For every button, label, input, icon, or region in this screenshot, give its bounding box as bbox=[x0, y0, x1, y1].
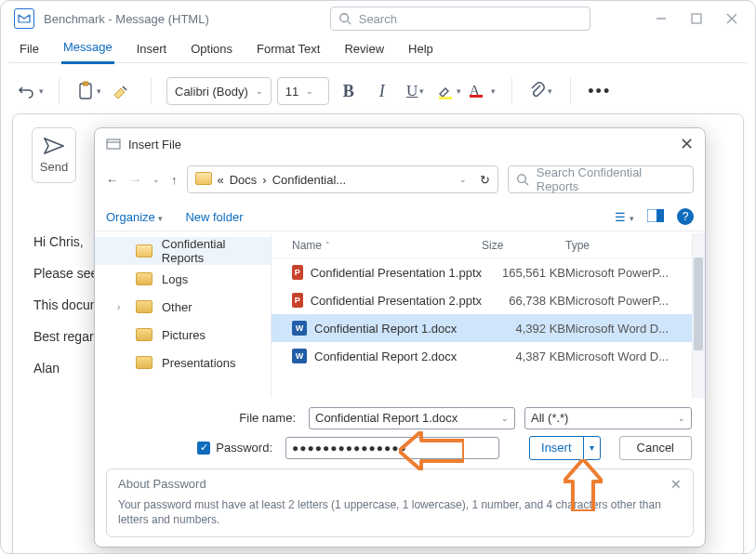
search-icon bbox=[516, 173, 529, 186]
font-size-select[interactable]: 11⌄ bbox=[277, 77, 329, 105]
file-name-input[interactable]: Confidential Report 1.docx ⌄ bbox=[309, 407, 515, 429]
close-button[interactable] bbox=[716, 7, 748, 31]
paste-button[interactable]: ▾ bbox=[74, 76, 102, 106]
file-type: Microsoft PowerP... bbox=[565, 294, 696, 308]
word-icon: W bbox=[292, 321, 307, 336]
menu-review[interactable]: Review bbox=[342, 38, 386, 63]
insert-button[interactable]: Insert ▾ bbox=[529, 436, 601, 460]
list-header: Name ˄ Size Type bbox=[272, 233, 705, 258]
send-button[interactable]: Send bbox=[32, 127, 76, 183]
file-list: Name ˄ Size Type PConfidential Presentat… bbox=[272, 233, 705, 398]
powerpoint-icon: P bbox=[292, 293, 303, 308]
menu-format-text[interactable]: Format Text bbox=[255, 38, 322, 63]
insert-file-dialog: Insert File ✕ ← → ⌄ ↑ « Docs› Confidenti… bbox=[94, 127, 706, 547]
about-password-text: Your password must have at least 2 lette… bbox=[118, 497, 682, 527]
ribbon: ▾ ▾ Calibri (Body)⌄ 11⌄ B I U▾ ▾ A▾ ▾ ••… bbox=[1, 63, 755, 113]
menu-message[interactable]: Message bbox=[61, 36, 114, 64]
password-checkbox[interactable]: ✓ bbox=[197, 442, 210, 455]
powerpoint-icon: P bbox=[292, 265, 303, 280]
format-painter-button[interactable] bbox=[108, 76, 136, 106]
bold-button[interactable]: B bbox=[335, 76, 363, 106]
nav-forward-button[interactable]: → bbox=[129, 173, 141, 187]
file-name: Confidential Presentation 2.pptx bbox=[311, 294, 482, 308]
file-row[interactable]: PConfidential Presentation 1.pptx165,561… bbox=[272, 258, 705, 286]
help-button[interactable]: ? bbox=[677, 208, 694, 225]
dialog-search[interactable]: Search Confidential Reports bbox=[508, 165, 694, 193]
tree-item-label: Logs bbox=[162, 272, 188, 286]
attach-button[interactable]: ▾ bbox=[527, 76, 555, 106]
menu-help[interactable]: Help bbox=[406, 38, 435, 63]
menu-file[interactable]: File bbox=[18, 38, 41, 63]
window-title: Benchmark - Message (HTML) bbox=[44, 12, 209, 26]
preview-pane-button[interactable] bbox=[647, 209, 664, 225]
dialog-toolbar: Organize ▾ New folder ☰ ▾ ? bbox=[95, 203, 705, 231]
svg-rect-8 bbox=[83, 82, 88, 86]
file-type: Microsoft Word D... bbox=[565, 322, 696, 336]
view-options-button[interactable]: ☰ ▾ bbox=[615, 210, 634, 224]
minimize-button[interactable] bbox=[645, 7, 677, 31]
col-type[interactable]: Type bbox=[565, 239, 696, 252]
font-color-button[interactable]: A▾ bbox=[469, 76, 497, 106]
tree-item-label: Confidential Reports bbox=[162, 237, 271, 265]
folder-icon bbox=[136, 356, 153, 369]
nav-up-button[interactable]: ↑ bbox=[171, 173, 178, 187]
tree-item[interactable]: Logs bbox=[95, 265, 271, 293]
file-row[interactable]: WConfidential Report 1.docx4,392 KBMicro… bbox=[272, 314, 705, 342]
tree-item[interactable]: Presentations bbox=[95, 349, 271, 376]
menu-insert[interactable]: Insert bbox=[135, 38, 169, 63]
menu-options[interactable]: Options bbox=[189, 38, 234, 63]
titlebar-search[interactable]: Search bbox=[330, 7, 590, 31]
password-input[interactable]: ●●●●●●●●●●●●●●● bbox=[285, 437, 499, 459]
window-buttons bbox=[645, 7, 748, 31]
new-folder-button[interactable]: New folder bbox=[185, 210, 243, 224]
svg-rect-11 bbox=[107, 139, 120, 149]
col-name[interactable]: Name ˄ bbox=[292, 239, 482, 252]
password-label: Password: bbox=[216, 441, 272, 455]
nav-back-button[interactable]: ← bbox=[106, 173, 118, 187]
organize-button[interactable]: Organize ▾ bbox=[106, 210, 163, 224]
underline-button[interactable]: U▾ bbox=[402, 76, 430, 106]
file-type: Microsoft PowerP... bbox=[565, 266, 696, 280]
undo-button[interactable]: ▾ bbox=[16, 76, 44, 106]
font-name-select[interactable]: Calibri (Body)⌄ bbox=[166, 77, 272, 105]
file-filter-select[interactable]: All (*.*) ⌄ bbox=[524, 407, 692, 429]
list-scrollbar[interactable] bbox=[692, 233, 705, 398]
file-row[interactable]: PConfidential Presentation 2.pptx66,738 … bbox=[272, 286, 705, 314]
file-row[interactable]: WConfidential Report 2.docx4,387 KBMicro… bbox=[272, 342, 705, 370]
dialog-close-button[interactable]: ✕ bbox=[680, 134, 694, 154]
svg-rect-4 bbox=[692, 14, 701, 23]
titlebar-search-placeholder: Search bbox=[359, 12, 397, 26]
file-name: Confidential Presentation 1.pptx bbox=[311, 266, 482, 280]
nav-history-button[interactable]: ⌄ bbox=[153, 175, 160, 184]
search-icon bbox=[338, 12, 351, 25]
breadcrumb[interactable]: « Docs› Confidential... ⌄ ↻ bbox=[187, 165, 499, 193]
folder-icon bbox=[136, 244, 153, 257]
folder-icon bbox=[136, 300, 153, 313]
svg-point-13 bbox=[518, 175, 526, 183]
file-size: 66,738 KB bbox=[482, 294, 565, 308]
about-close-button[interactable]: ✕ bbox=[670, 477, 682, 492]
maximize-button[interactable] bbox=[681, 7, 712, 31]
file-name: Confidential Report 1.docx bbox=[314, 322, 457, 336]
refresh-button[interactable]: ↻ bbox=[480, 173, 490, 187]
chevron-down-icon: ⌄ bbox=[501, 414, 509, 423]
tree-item-label: Other bbox=[162, 300, 192, 314]
file-name: Confidential Report 2.docx bbox=[314, 350, 457, 363]
highlight-button[interactable]: ▾ bbox=[435, 76, 463, 106]
tree-item[interactable]: Confidential Reports bbox=[95, 237, 271, 265]
col-size[interactable]: Size bbox=[482, 239, 565, 252]
cancel-button[interactable]: Cancel bbox=[619, 436, 692, 460]
dialog-titlebar: Insert File ✕ bbox=[95, 128, 705, 160]
tree-item-label: Presentations bbox=[162, 356, 236, 370]
italic-button[interactable]: I bbox=[368, 76, 396, 106]
svg-rect-9 bbox=[439, 97, 452, 99]
insert-dropdown[interactable]: ▾ bbox=[583, 437, 600, 459]
tree-item[interactable]: Pictures bbox=[95, 321, 271, 349]
send-icon bbox=[44, 138, 64, 154]
folder-tree: Confidential ReportsLogs›OtherPicturesPr… bbox=[95, 233, 272, 398]
ribbon-overflow[interactable]: ••• bbox=[586, 76, 614, 106]
dialog-search-placeholder: Search Confidential Reports bbox=[537, 165, 685, 193]
tree-item[interactable]: ›Other bbox=[95, 293, 271, 321]
titlebar: Benchmark - Message (HTML) Search bbox=[1, 1, 755, 36]
svg-point-1 bbox=[339, 14, 348, 22]
